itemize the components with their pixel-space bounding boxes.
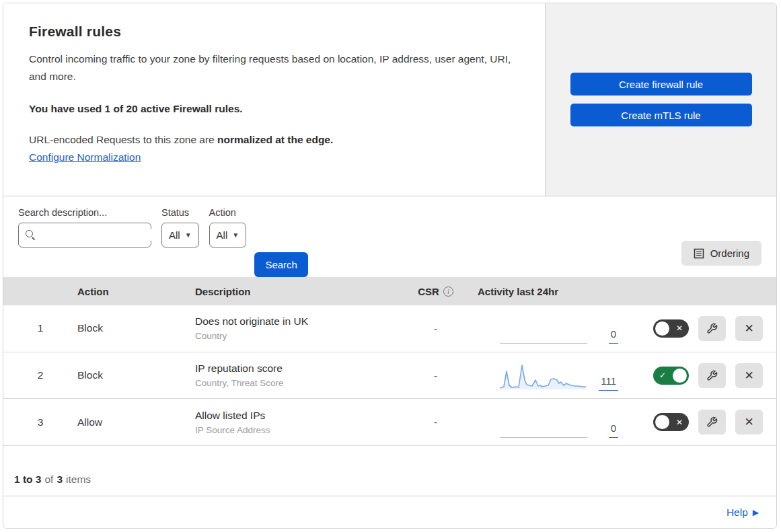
arrow-right-icon: ▶	[753, 508, 759, 517]
activity-sparkline-chart	[500, 363, 587, 391]
edit-rule-button[interactable]	[698, 410, 726, 434]
search-label: Search description...	[18, 207, 151, 218]
action-value: All	[217, 229, 228, 241]
rule-description-cell: IP reputation score Country, Threat Scor…	[195, 363, 404, 388]
rule-action: Block	[77, 322, 195, 334]
wrench-icon	[706, 323, 718, 334]
configure-normalization-link[interactable]: Configure Normalization	[29, 151, 141, 163]
toggle-knob	[655, 321, 669, 336]
toggle-on-check-icon: ✓	[659, 371, 666, 380]
create-firewall-rule-button[interactable]: Create firewall rule	[570, 73, 752, 96]
rule-action: Allow	[77, 416, 195, 428]
toggle-knob	[673, 369, 687, 383]
create-mtls-rule-button[interactable]: Create mTLS rule	[570, 104, 752, 126]
rule-csr: -	[434, 416, 437, 428]
help-bar: Help ▶	[3, 496, 776, 528]
status-filter-group: Status All ▼	[161, 207, 199, 248]
table-footer: 1 to 3 of 3 items	[3, 446, 776, 496]
items-total: 3	[57, 473, 63, 485]
table-row: 2 Block IP reputation score Country, Thr…	[3, 352, 776, 400]
rule-controls: ✕ ✕	[622, 410, 776, 434]
status-value: All	[169, 229, 180, 241]
chevron-down-icon: ▼	[232, 231, 239, 239]
rule-priority: 3	[38, 416, 44, 428]
close-icon: ✕	[744, 321, 753, 336]
rule-description-cell: Allow listed IPs IP Source Address	[195, 410, 404, 435]
search-button[interactable]: Search	[254, 252, 308, 277]
delete-rule-button[interactable]: ✕	[735, 363, 763, 388]
rule-criteria: Country, Threat Score	[195, 378, 404, 388]
help-link[interactable]: Help ▶	[727, 506, 759, 519]
help-label: Help	[727, 506, 748, 519]
page-header: Firewall rules Control incoming traffic …	[3, 3, 776, 196]
rule-description: Does not originate in UK	[195, 315, 404, 328]
search-group: Search description...	[18, 207, 151, 248]
rule-activity-cell: 111	[468, 360, 622, 391]
description-column-header: Description	[195, 286, 404, 297]
ordering-button[interactable]: Ordering	[681, 241, 761, 266]
toggle-off-x-icon: ✕	[676, 324, 683, 333]
normalization-bold: normalized at the edge.	[217, 134, 333, 145]
rule-action: Block	[77, 369, 195, 381]
page-title: Firewall rules	[29, 24, 519, 40]
status-label: Status	[161, 207, 199, 218]
filter-bar: Search description... Status All ▼ Actio…	[3, 196, 776, 277]
search-input[interactable]	[31, 229, 165, 241]
activity-sparkline-flat	[500, 418, 587, 438]
search-box[interactable]	[18, 223, 151, 248]
edit-rule-button[interactable]	[698, 316, 726, 341]
csr-column-header: CSR i	[418, 286, 453, 297]
toggle-knob	[655, 415, 669, 429]
rule-priority: 1	[38, 322, 44, 334]
rule-description: Allow listed IPs	[195, 410, 404, 422]
activity-count-link[interactable]: 0	[609, 422, 618, 438]
table-header: Action Description CSR i Activity last 2…	[3, 277, 776, 305]
rule-csr: -	[434, 323, 437, 334]
table-row: 3 Allow Allow listed IPs IP Source Addre…	[3, 399, 776, 446]
activity-count-link[interactable]: 111	[599, 375, 618, 391]
rule-enabled-toggle[interactable]: ✓	[653, 367, 689, 385]
header-description-card: Firewall rules Control incoming traffic …	[3, 3, 546, 196]
wrench-icon	[706, 416, 718, 428]
items-range: 1 to 3	[14, 473, 41, 485]
items-label: items	[66, 473, 91, 486]
rule-activity-cell: 0	[468, 407, 622, 438]
delete-rule-button[interactable]: ✕	[735, 316, 763, 341]
rule-csr: -	[434, 370, 437, 381]
info-icon[interactable]: i	[443, 287, 453, 297]
rule-priority: 2	[38, 369, 44, 381]
activity-column-header: Activity last 24hr	[468, 286, 622, 297]
rule-enabled-toggle[interactable]: ✕	[653, 319, 689, 338]
rule-controls: ✕ ✕	[622, 316, 776, 341]
normalization-text: URL-encoded Requests to this zone are	[29, 134, 217, 145]
status-dropdown[interactable]: All ▼	[161, 223, 199, 248]
rule-controls: ✓ ✕	[622, 363, 776, 388]
edit-rule-button[interactable]	[698, 363, 726, 388]
items-of-label: of	[44, 473, 53, 486]
rule-criteria: Country	[195, 331, 404, 341]
action-label: Action	[209, 207, 247, 218]
rule-activity-cell: 0	[468, 313, 622, 344]
toggle-off-x-icon: ✕	[676, 417, 683, 426]
rule-description-cell: Does not originate in UK Country	[195, 315, 404, 341]
actions-panel: Create firewall rule Create mTLS rule	[546, 3, 776, 196]
normalization-note: URL-encoded Requests to this zone are no…	[29, 134, 519, 146]
table-row: 1 Block Does not originate in UK Country…	[3, 305, 776, 352]
action-dropdown[interactable]: All ▼	[209, 223, 247, 248]
close-icon: ✕	[744, 369, 753, 383]
action-filter-group: Action All ▼	[209, 207, 247, 248]
list-document-icon	[694, 248, 704, 259]
page-description: Control incoming traffic to your zone by…	[29, 50, 513, 85]
activity-sparkline-flat	[500, 324, 587, 344]
rule-description: IP reputation score	[195, 363, 404, 375]
usage-summary: You have used 1 of 20 active Firewall ru…	[29, 103, 519, 115]
close-icon: ✕	[744, 415, 753, 429]
action-column-header: Action	[77, 286, 195, 297]
chevron-down-icon: ▼	[185, 231, 192, 239]
rule-criteria: IP Source Address	[195, 425, 404, 435]
rule-enabled-toggle[interactable]: ✕	[653, 413, 689, 431]
delete-rule-button[interactable]: ✕	[735, 410, 763, 434]
firewall-rules-page: Firewall rules Control incoming traffic …	[3, 3, 777, 529]
activity-count-link[interactable]: 0	[609, 328, 618, 344]
ordering-label: Ordering	[710, 248, 749, 259]
